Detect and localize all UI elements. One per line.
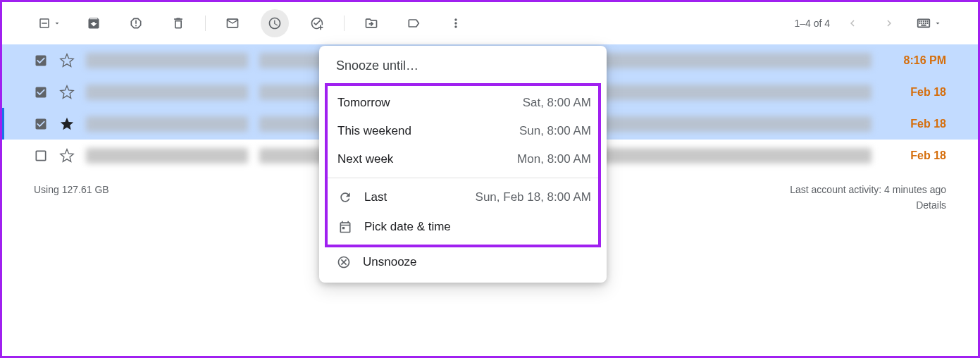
pagination-text: 1–4 of 4 [794, 18, 830, 29]
option-label: Last [364, 190, 387, 204]
email-time: 8:16 PM [897, 54, 946, 67]
star-icon[interactable] [59, 53, 75, 68]
divider [344, 16, 345, 31]
email-time: Feb 18 [897, 118, 946, 130]
input-tools-dropdown[interactable] [912, 11, 946, 35]
snooze-option-tomorrow[interactable]: Tomorrow Sat, 8:00 AM [328, 89, 598, 117]
snooze-menu: Snooze until… Tomorrow Sat, 8:00 AM This… [319, 46, 607, 283]
snooze-option-unsnooze[interactable]: Unsnooze [319, 247, 607, 277]
sender-blurred [86, 148, 248, 163]
option-label: Unsnooze [363, 255, 417, 269]
sender-blurred [86, 85, 248, 100]
toolbar: 1–4 of 4 [2, 2, 978, 44]
star-filled-icon[interactable] [59, 116, 75, 132]
checkbox[interactable] [34, 85, 48, 99]
option-subtext: Sun, Feb 18, 8:00 AM [476, 190, 591, 204]
cancel-icon [336, 254, 352, 270]
snooze-option-nextweek[interactable]: Next week Mon, 8:00 AM [328, 145, 598, 173]
snooze-option-weekend[interactable]: This weekend Sun, 8:00 AM [328, 117, 598, 145]
storage-text: Using 127.61 GB [34, 184, 109, 211]
snooze-option-last[interactable]: Last Sun, Feb 18, 8:00 AM [328, 183, 598, 212]
move-icon[interactable] [357, 9, 385, 37]
divider [328, 178, 598, 178]
svg-rect-0 [42, 23, 47, 24]
option-label: Pick date & time [364, 220, 451, 234]
calendar-icon [337, 219, 353, 235]
checkbox[interactable] [34, 54, 48, 68]
star-icon[interactable] [59, 85, 75, 100]
option-subtext: Sun, 8:00 AM [519, 124, 591, 138]
mark-unread-icon[interactable] [218, 9, 247, 37]
archive-icon[interactable] [80, 9, 108, 37]
checkbox[interactable] [34, 117, 48, 131]
details-link[interactable]: Details [790, 199, 946, 211]
highlight-annotation: Tomorrow Sat, 8:00 AM This weekend Sun, … [325, 83, 601, 247]
next-page-icon[interactable] [875, 9, 903, 37]
option-subtext: Mon, 8:00 AM [517, 152, 591, 166]
option-label: Next week [337, 152, 393, 166]
email-time: Feb 18 [897, 149, 946, 162]
snooze-option-pick[interactable]: Pick date & time [328, 212, 598, 242]
select-checkbox-dropdown[interactable] [34, 13, 66, 34]
spam-icon[interactable] [122, 9, 150, 37]
divider [205, 16, 206, 31]
option-label: Tomorrow [337, 96, 390, 110]
prev-page-icon[interactable] [838, 9, 867, 37]
sender-blurred [86, 116, 248, 132]
snooze-icon[interactable] [261, 9, 289, 37]
option-subtext: Sat, 8:00 AM [523, 96, 591, 110]
activity-text: Last account activity: 4 minutes ago [790, 184, 946, 195]
labels-icon[interactable] [399, 9, 428, 37]
option-label: This weekend [337, 124, 411, 138]
star-icon[interactable] [59, 148, 75, 163]
more-icon[interactable] [442, 9, 470, 37]
delete-icon[interactable] [164, 9, 192, 37]
refresh-icon [337, 190, 353, 205]
sender-blurred [86, 53, 248, 68]
snooze-title: Snooze until… [319, 58, 607, 83]
add-task-icon[interactable] [303, 9, 331, 37]
pagination: 1–4 of 4 [794, 9, 946, 37]
checkbox[interactable] [34, 149, 48, 163]
email-time: Feb 18 [897, 86, 946, 99]
